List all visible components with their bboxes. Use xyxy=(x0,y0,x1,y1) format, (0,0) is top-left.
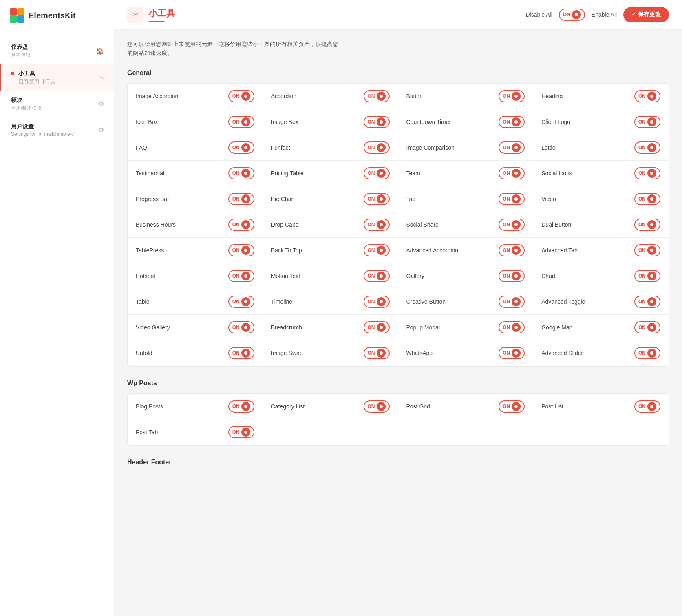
widget-toggle-back-to-top[interactable]: ON xyxy=(364,244,390,256)
widget-toggle-advanced-toggle[interactable]: ON xyxy=(634,296,660,308)
widget-name: FAQ xyxy=(136,144,147,151)
widget-toggle-funfact[interactable]: ON xyxy=(364,141,390,154)
toggle-circle xyxy=(647,402,656,411)
widget-toggle-testimonial[interactable]: ON xyxy=(228,167,254,179)
widget-toggle-category-list[interactable]: ON xyxy=(364,400,390,413)
widget-name: Motion Text xyxy=(271,273,300,279)
toggle-circle xyxy=(377,220,386,229)
widget-toggle-button[interactable]: ON xyxy=(499,90,525,102)
widget-name: Gallery xyxy=(406,273,424,279)
widget-toggle-advanced-accordion[interactable]: ON xyxy=(499,244,525,256)
widget-toggle-unfold[interactable]: ON xyxy=(228,347,254,359)
widget-toggle-video[interactable]: ON xyxy=(634,193,660,205)
widget-toggle-post-grid[interactable]: ON xyxy=(499,400,525,413)
widget-toggle-whatsapp[interactable]: ON xyxy=(499,347,525,359)
widget-cell: Advanced TabON xyxy=(533,238,669,263)
sidebar-item-modules[interactable]: 模块 启用/禁用模块 ⚙ xyxy=(0,91,114,117)
toggle-label: ON xyxy=(232,170,240,176)
toggle-circle xyxy=(512,246,521,255)
toggle-circle xyxy=(241,402,250,411)
widget-toggle-popup-modal[interactable]: ON xyxy=(499,321,525,333)
widget-name: Heading xyxy=(541,93,563,99)
widget-toggle-tab[interactable]: ON xyxy=(499,193,525,205)
toggle-circle xyxy=(241,92,250,101)
widget-toggle-pie-chart[interactable]: ON xyxy=(364,193,390,205)
widget-toggle-post-list[interactable]: ON xyxy=(634,400,660,413)
toggle-label: ON xyxy=(232,429,240,435)
toggle-label: ON xyxy=(503,325,510,330)
widget-cell: LottieON xyxy=(533,135,669,161)
section-header-footer: Header Footer xyxy=(127,459,669,466)
widget-toggle-creative-button[interactable]: ON xyxy=(499,296,525,308)
widget-name: Dual Button xyxy=(541,221,571,228)
widget-toggle-image-swap[interactable]: ON xyxy=(364,347,390,359)
widget-cell: Advanced ToggleON xyxy=(533,289,669,315)
toggle-circle xyxy=(647,323,656,332)
widget-toggle-image-comparison[interactable]: ON xyxy=(499,141,525,154)
widget-toggle-faq[interactable]: ON xyxy=(228,141,254,154)
widget-toggle-video-gallery[interactable]: ON xyxy=(228,321,254,333)
widget-toggle-drop-caps[interactable]: ON xyxy=(364,219,390,231)
widget-cell: Image ComparisonON xyxy=(398,135,534,161)
widget-toggle-advanced-tab[interactable]: ON xyxy=(634,244,660,256)
widget-toggle-client-logo[interactable]: ON xyxy=(634,116,660,128)
toggle-circle xyxy=(377,297,386,306)
widget-grid-general: Image AccordionONAccordionONButtonONHead… xyxy=(127,83,669,367)
widget-toggle-social-icons[interactable]: ON xyxy=(634,167,660,179)
widget-name: Advanced Toggle xyxy=(541,298,585,305)
widget-toggle-progress-bar[interactable]: ON xyxy=(228,193,254,205)
widget-toggle-google-map[interactable]: ON xyxy=(634,321,660,333)
widget-cell: Pricing TableON xyxy=(263,161,398,186)
save-button[interactable]: ✓ 保存更改 xyxy=(623,7,669,22)
widget-toggle-social-share[interactable]: ON xyxy=(499,219,525,231)
widget-toggle-gallery[interactable]: ON xyxy=(499,270,525,282)
widget-cell: BreadcrumbON xyxy=(263,315,398,340)
widget-grid-wp-posts: Blog PostsONCategory ListONPost GridONPo… xyxy=(127,393,669,446)
toggle-label: ON xyxy=(368,196,375,202)
widget-name: Progress Bar xyxy=(136,196,169,202)
widget-toggle-breadcrumb[interactable]: ON xyxy=(364,321,390,333)
widget-toggle-team[interactable]: ON xyxy=(499,167,525,179)
sidebar-item-dashboard[interactable]: 仪表盘 基本信息 🏠 xyxy=(0,38,114,64)
toggle-circle xyxy=(241,117,250,126)
widget-toggle-dual-button[interactable]: ON xyxy=(634,219,660,231)
widget-toggle-motion-text[interactable]: ON xyxy=(364,270,390,282)
toggle-label: ON xyxy=(638,404,646,409)
sidebar-item-user-settings[interactable]: 用户设置 Settings for fb, mailchimp etc ⚙ xyxy=(0,117,114,143)
widget-toggle-accordion[interactable]: ON xyxy=(364,90,390,102)
widget-name: Client Logo xyxy=(541,119,570,125)
widget-toggle-countdown-timer[interactable]: ON xyxy=(499,116,525,128)
toggle-label: ON xyxy=(232,196,240,202)
widget-toggle-table[interactable]: ON xyxy=(228,296,254,308)
widget-toggle-chart[interactable]: ON xyxy=(634,270,660,282)
widget-toggle-heading[interactable]: ON xyxy=(634,90,660,102)
sidebar-item-widgets[interactable]: 小工具 启用/禁用 小工具 ✂ xyxy=(0,64,114,91)
widget-toggle-image-accordion[interactable]: ON xyxy=(228,90,254,102)
disable-all-button[interactable]: Disable All xyxy=(525,11,552,18)
widget-cell: Post GridON xyxy=(398,394,534,419)
toggle-label: ON xyxy=(232,247,240,253)
toggle-circle xyxy=(647,349,656,358)
master-toggle[interactable]: ON xyxy=(559,9,585,21)
widget-toggle-advanced-slider[interactable]: ON xyxy=(634,347,660,359)
svg-rect-2 xyxy=(10,15,17,23)
widget-name: Hotspot xyxy=(136,273,155,279)
widget-toggle-image-box[interactable]: ON xyxy=(364,116,390,128)
widget-toggle-business-hours[interactable]: ON xyxy=(228,219,254,231)
widget-toggle-icon-box[interactable]: ON xyxy=(228,116,254,128)
widget-toggle-blog-posts[interactable]: ON xyxy=(228,400,254,413)
widget-name: Funfact xyxy=(271,144,290,151)
widget-toggle-timeline[interactable]: ON xyxy=(364,296,390,308)
header-left: ✂ 小工具 xyxy=(127,7,175,23)
widget-toggle-hotspot[interactable]: ON xyxy=(228,270,254,282)
widget-toggle-post-tab[interactable]: ON xyxy=(228,426,254,438)
widget-name: Chart xyxy=(541,273,555,279)
widget-name: Accordion xyxy=(271,93,296,99)
enable-all-button[interactable]: Enable All xyxy=(592,11,617,18)
widget-cell: Blog PostsON xyxy=(128,394,263,419)
widget-toggle-tablepress[interactable]: ON xyxy=(228,244,254,256)
toggle-circle xyxy=(377,349,386,358)
widget-toggle-lottie[interactable]: ON xyxy=(634,141,660,154)
widget-toggle-pricing-table[interactable]: ON xyxy=(364,167,390,179)
toggle-circle xyxy=(647,272,656,280)
